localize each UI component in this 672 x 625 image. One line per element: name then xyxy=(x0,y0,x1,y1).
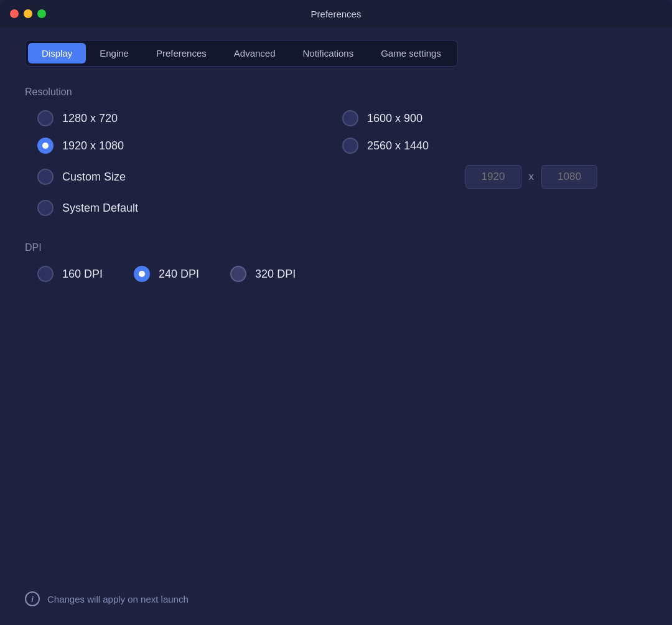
footer-info: i Changes will apply on next launch xyxy=(25,591,647,606)
radio-custom-size[interactable] xyxy=(37,169,54,185)
close-button[interactable] xyxy=(10,9,19,18)
custom-width-input[interactable] xyxy=(465,165,521,189)
dpi-label: DPI xyxy=(25,242,647,253)
radio-system-default[interactable] xyxy=(37,200,54,216)
tab-preferences[interactable]: Preferences xyxy=(142,43,220,63)
tab-engine[interactable]: Engine xyxy=(86,43,142,63)
radio-res-1280[interactable] xyxy=(37,110,54,126)
main-content: Display Engine Preferences Advanced Noti… xyxy=(0,27,672,625)
res-1920-label: 1920 x 1080 xyxy=(62,139,124,153)
list-item: 320 DPI xyxy=(230,266,296,282)
list-item: 1920 x 1080 xyxy=(37,138,342,154)
custom-size-label: Custom Size xyxy=(62,171,126,184)
custom-size-inputs: x xyxy=(465,165,598,189)
radio-res-1920[interactable] xyxy=(37,138,54,154)
footer-text: Changes will apply on next launch xyxy=(47,594,189,604)
radio-dpi-160[interactable] xyxy=(37,266,54,282)
list-item: 240 DPI xyxy=(134,266,199,282)
radio-res-1600[interactable] xyxy=(342,110,358,126)
dpi-section: DPI 160 DPI 240 DPI 320 DPI xyxy=(25,242,647,282)
radio-dpi-320[interactable] xyxy=(230,266,246,282)
custom-size-row: Custom Size x xyxy=(37,165,647,189)
list-item: 160 DPI xyxy=(37,266,103,282)
resolution-options-grid: 1280 x 720 1600 x 900 1920 x 1080 2560 x… xyxy=(37,110,647,154)
window-title: Preferences xyxy=(311,9,362,19)
list-item: 1600 x 900 xyxy=(342,110,647,126)
maximize-button[interactable] xyxy=(37,9,46,18)
system-default-row: System Default xyxy=(37,200,647,216)
dpi-options-row: 160 DPI 240 DPI 320 DPI xyxy=(37,266,647,282)
titlebar: Preferences xyxy=(0,0,672,27)
dpi-160-label: 160 DPI xyxy=(62,268,103,281)
list-item: 2560 x 1440 xyxy=(342,138,647,154)
dpi-240-label: 240 DPI xyxy=(159,268,199,281)
window-controls xyxy=(10,9,46,18)
custom-height-input[interactable] xyxy=(541,165,597,189)
radio-dpi-240[interactable] xyxy=(134,266,150,282)
tab-game-settings[interactable]: Game settings xyxy=(367,43,455,63)
res-1280-label: 1280 x 720 xyxy=(62,112,118,125)
dpi-320-label: 320 DPI xyxy=(255,268,296,281)
tab-bar: Display Engine Preferences Advanced Noti… xyxy=(25,40,458,67)
info-icon: i xyxy=(25,591,40,606)
resolution-section: Resolution 1280 x 720 1600 x 900 1920 x … xyxy=(25,87,647,236)
system-default-label: System Default xyxy=(62,202,138,215)
radio-res-2560[interactable] xyxy=(342,138,358,154)
tab-notifications[interactable]: Notifications xyxy=(289,43,368,63)
res-1600-label: 1600 x 900 xyxy=(367,112,422,125)
list-item: 1280 x 720 xyxy=(37,110,342,126)
resolution-label: Resolution xyxy=(25,87,647,98)
minimize-button[interactable] xyxy=(24,9,32,18)
res-2560-label: 2560 x 1440 xyxy=(367,139,429,153)
tab-advanced[interactable]: Advanced xyxy=(220,43,289,63)
custom-separator: x xyxy=(529,171,534,183)
tab-display[interactable]: Display xyxy=(28,43,86,63)
